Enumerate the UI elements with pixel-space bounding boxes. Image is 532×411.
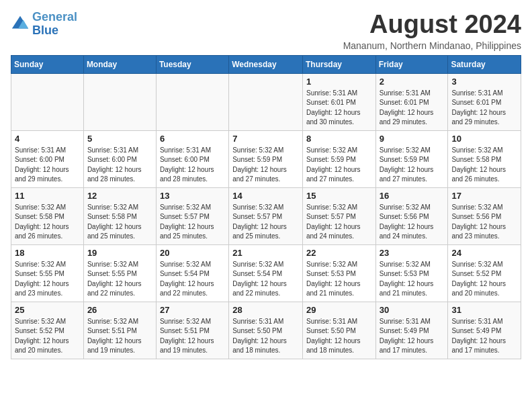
weekday-header: Tuesday [156, 55, 228, 73]
calendar-cell [156, 73, 228, 130]
day-info: Sunrise: 5:31 AM Sunset: 5:49 PM Dayligh… [380, 317, 445, 356]
day-info: Sunrise: 5:32 AM Sunset: 5:57 PM Dayligh… [160, 203, 225, 242]
day-info: Sunrise: 5:32 AM Sunset: 5:51 PM Dayligh… [160, 317, 225, 356]
calendar-cell: 22Sunrise: 5:32 AM Sunset: 5:53 PM Dayli… [302, 244, 375, 302]
day-info: Sunrise: 5:32 AM Sunset: 5:51 PM Dayligh… [87, 317, 152, 356]
day-number: 30 [380, 305, 445, 315]
day-number: 27 [160, 305, 225, 315]
day-info: Sunrise: 5:32 AM Sunset: 5:52 PM Dayligh… [15, 317, 80, 356]
calendar-cell: 28Sunrise: 5:31 AM Sunset: 5:50 PM Dayli… [229, 302, 303, 359]
day-number: 24 [451, 248, 517, 258]
logo-text: General Blue [32, 11, 77, 38]
day-number: 4 [15, 134, 80, 144]
day-number: 2 [380, 77, 445, 87]
day-info: Sunrise: 5:32 AM Sunset: 5:55 PM Dayligh… [87, 260, 152, 299]
day-number: 26 [87, 305, 152, 315]
day-number: 6 [160, 134, 225, 144]
calendar-cell: 14Sunrise: 5:32 AM Sunset: 5:57 PM Dayli… [229, 187, 303, 244]
calendar-week-row: 18Sunrise: 5:32 AM Sunset: 5:55 PM Dayli… [11, 244, 521, 302]
calendar-cell: 18Sunrise: 5:32 AM Sunset: 5:55 PM Dayli… [11, 244, 84, 302]
calendar-cell: 20Sunrise: 5:32 AM Sunset: 5:54 PM Dayli… [156, 244, 228, 302]
calendar-cell: 15Sunrise: 5:32 AM Sunset: 5:57 PM Dayli… [302, 187, 375, 244]
day-number: 15 [306, 191, 372, 201]
day-number: 13 [160, 191, 225, 201]
day-info: Sunrise: 5:32 AM Sunset: 5:59 PM Dayligh… [306, 146, 372, 185]
day-info: Sunrise: 5:32 AM Sunset: 5:55 PM Dayligh… [15, 260, 80, 299]
calendar-week-row: 1Sunrise: 5:31 AM Sunset: 6:01 PM Daylig… [11, 73, 521, 130]
day-info: Sunrise: 5:31 AM Sunset: 6:01 PM Dayligh… [380, 89, 445, 128]
day-number: 8 [306, 134, 372, 144]
day-info: Sunrise: 5:31 AM Sunset: 6:01 PM Dayligh… [451, 89, 517, 128]
logo-line1: General [32, 10, 77, 24]
logo: General Blue [11, 11, 77, 38]
calendar-cell: 17Sunrise: 5:32 AM Sunset: 5:56 PM Dayli… [448, 187, 521, 244]
day-number: 11 [15, 191, 80, 201]
day-number: 25 [15, 305, 80, 315]
day-info: Sunrise: 5:32 AM Sunset: 5:59 PM Dayligh… [232, 146, 299, 185]
page-header: General Blue August 2024 Mananum, Northe… [11, 11, 521, 51]
calendar-subtitle: Mananum, Northern Mindanao, Philippines [343, 40, 521, 51]
day-number: 12 [87, 191, 152, 201]
day-info: Sunrise: 5:32 AM Sunset: 5:57 PM Dayligh… [306, 203, 372, 242]
day-info: Sunrise: 5:32 AM Sunset: 5:53 PM Dayligh… [306, 260, 372, 299]
day-number: 10 [451, 134, 517, 144]
calendar-cell: 2Sunrise: 5:31 AM Sunset: 6:01 PM Daylig… [375, 73, 448, 130]
calendar-cell: 23Sunrise: 5:32 AM Sunset: 5:53 PM Dayli… [375, 244, 448, 302]
day-info: Sunrise: 5:31 AM Sunset: 5:50 PM Dayligh… [306, 317, 372, 356]
calendar-cell: 27Sunrise: 5:32 AM Sunset: 5:51 PM Dayli… [156, 302, 228, 359]
day-number: 22 [306, 248, 372, 258]
day-number: 31 [451, 305, 517, 315]
calendar-cell [229, 73, 303, 130]
day-info: Sunrise: 5:32 AM Sunset: 5:56 PM Dayligh… [451, 203, 517, 242]
weekday-header: Monday [83, 55, 156, 73]
calendar-cell: 10Sunrise: 5:32 AM Sunset: 5:58 PM Dayli… [448, 130, 521, 187]
weekday-header: Wednesday [229, 55, 303, 73]
day-number: 19 [87, 248, 152, 258]
day-info: Sunrise: 5:31 AM Sunset: 5:49 PM Dayligh… [451, 317, 517, 356]
calendar-cell: 21Sunrise: 5:32 AM Sunset: 5:54 PM Dayli… [229, 244, 303, 302]
day-info: Sunrise: 5:31 AM Sunset: 5:50 PM Dayligh… [232, 317, 299, 356]
logo-line2: Blue [32, 24, 58, 37]
title-block: August 2024 Mananum, Northern Mindanao, … [343, 11, 521, 51]
calendar-cell [83, 73, 156, 130]
calendar-cell: 8Sunrise: 5:32 AM Sunset: 5:59 PM Daylig… [302, 130, 375, 187]
day-info: Sunrise: 5:32 AM Sunset: 5:54 PM Dayligh… [232, 260, 299, 299]
day-info: Sunrise: 5:32 AM Sunset: 5:52 PM Dayligh… [451, 260, 517, 299]
weekday-header: Sunday [11, 55, 84, 73]
day-info: Sunrise: 5:31 AM Sunset: 6:00 PM Dayligh… [15, 146, 80, 185]
day-number: 1 [306, 77, 372, 87]
day-info: Sunrise: 5:32 AM Sunset: 5:58 PM Dayligh… [451, 146, 517, 185]
day-info: Sunrise: 5:31 AM Sunset: 6:01 PM Dayligh… [306, 89, 372, 128]
calendar-cell [11, 73, 84, 130]
day-number: 5 [87, 134, 152, 144]
day-info: Sunrise: 5:32 AM Sunset: 5:57 PM Dayligh… [232, 203, 299, 242]
calendar-header-row: SundayMondayTuesdayWednesdayThursdayFrid… [11, 55, 521, 73]
calendar-cell: 16Sunrise: 5:32 AM Sunset: 5:56 PM Dayli… [375, 187, 448, 244]
calendar-cell: 24Sunrise: 5:32 AM Sunset: 5:52 PM Dayli… [448, 244, 521, 302]
calendar-cell: 5Sunrise: 5:31 AM Sunset: 6:00 PM Daylig… [83, 130, 156, 187]
day-number: 7 [232, 134, 299, 144]
day-number: 21 [232, 248, 299, 258]
weekday-header: Saturday [448, 55, 521, 73]
day-number: 3 [451, 77, 517, 87]
calendar-cell: 26Sunrise: 5:32 AM Sunset: 5:51 PM Dayli… [83, 302, 156, 359]
day-info: Sunrise: 5:31 AM Sunset: 6:00 PM Dayligh… [160, 146, 225, 185]
calendar-cell: 6Sunrise: 5:31 AM Sunset: 6:00 PM Daylig… [156, 130, 228, 187]
day-info: Sunrise: 5:32 AM Sunset: 5:59 PM Dayligh… [380, 146, 445, 185]
calendar-table: SundayMondayTuesdayWednesdayThursdayFrid… [11, 55, 521, 359]
day-number: 17 [451, 191, 517, 201]
day-number: 18 [15, 248, 80, 258]
day-number: 14 [232, 191, 299, 201]
day-number: 9 [380, 134, 445, 144]
calendar-cell: 25Sunrise: 5:32 AM Sunset: 5:52 PM Dayli… [11, 302, 84, 359]
calendar-cell: 7Sunrise: 5:32 AM Sunset: 5:59 PM Daylig… [229, 130, 303, 187]
day-info: Sunrise: 5:31 AM Sunset: 6:00 PM Dayligh… [87, 146, 152, 185]
day-number: 23 [380, 248, 445, 258]
day-info: Sunrise: 5:32 AM Sunset: 5:56 PM Dayligh… [380, 203, 445, 242]
calendar-cell: 3Sunrise: 5:31 AM Sunset: 6:01 PM Daylig… [448, 73, 521, 130]
calendar-cell: 4Sunrise: 5:31 AM Sunset: 6:00 PM Daylig… [11, 130, 84, 187]
calendar-cell: 19Sunrise: 5:32 AM Sunset: 5:55 PM Dayli… [83, 244, 156, 302]
calendar-week-row: 11Sunrise: 5:32 AM Sunset: 5:58 PM Dayli… [11, 187, 521, 244]
logo-icon [11, 15, 30, 34]
calendar-week-row: 4Sunrise: 5:31 AM Sunset: 6:00 PM Daylig… [11, 130, 521, 187]
